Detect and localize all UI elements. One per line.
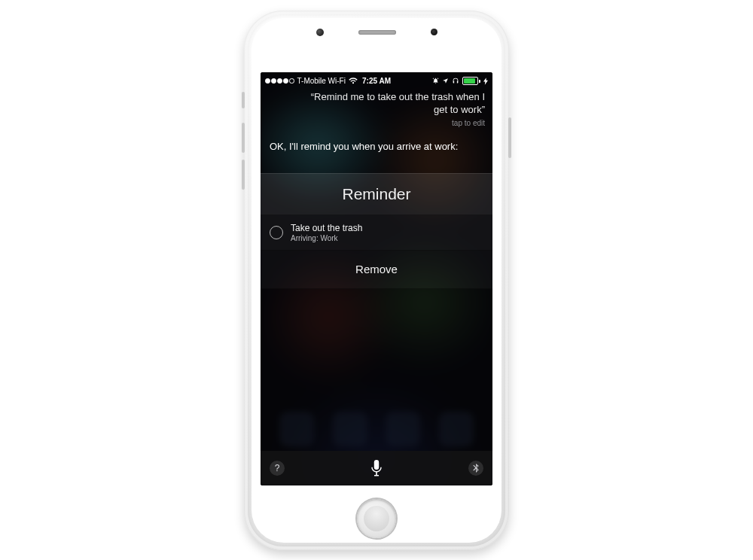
home-button[interactable]	[357, 499, 396, 538]
mute-switch	[242, 92, 245, 108]
siri-content: T-Mobile Wi-Fi 7:25 AM	[261, 72, 492, 485]
battery-icon	[462, 77, 480, 85]
tap-to-edit-label: tap to edit	[306, 118, 485, 129]
proximity-sensor	[431, 29, 437, 35]
bluetooth-button[interactable]	[468, 461, 483, 476]
iphone-frame: T-Mobile Wi-Fi 7:25 AM	[244, 11, 509, 550]
reminder-item[interactable]: Take out the trash Arriving: Work	[261, 215, 492, 251]
bluetooth-icon	[472, 464, 480, 473]
clock-label: 7:25 AM	[261, 77, 492, 85]
reminder-title: Take out the trash	[291, 223, 362, 233]
siri-response-text: OK, I'll remind you when you arrive at w…	[270, 140, 483, 154]
user-utterance-text: “Remind me to take out the trash when I …	[311, 91, 485, 116]
microphone-icon	[370, 459, 383, 477]
reminder-card-header: Reminder	[261, 173, 492, 215]
top-sensor-cluster	[244, 29, 509, 36]
remove-button[interactable]: Remove	[261, 251, 492, 289]
user-utterance[interactable]: “Remind me to take out the trash when I …	[306, 90, 485, 129]
reminder-subtitle: Arriving: Work	[291, 234, 362, 242]
canvas: T-Mobile Wi-Fi 7:25 AM	[0, 0, 753, 560]
siri-bottom-bar: ?	[261, 451, 492, 485]
microphone-button[interactable]	[370, 459, 383, 477]
volume-up-button	[242, 123, 245, 153]
help-button[interactable]: ?	[270, 461, 285, 476]
power-button	[508, 117, 511, 158]
reminder-checkbox[interactable]	[270, 226, 283, 239]
screen: T-Mobile Wi-Fi 7:25 AM	[261, 72, 492, 485]
reminder-card: Reminder Take out the trash Arriving: Wo…	[261, 173, 492, 289]
volume-down-button	[242, 160, 245, 190]
front-camera-icon	[316, 29, 324, 36]
earpiece-speaker	[358, 30, 396, 35]
status-bar: T-Mobile Wi-Fi 7:25 AM	[261, 72, 492, 88]
